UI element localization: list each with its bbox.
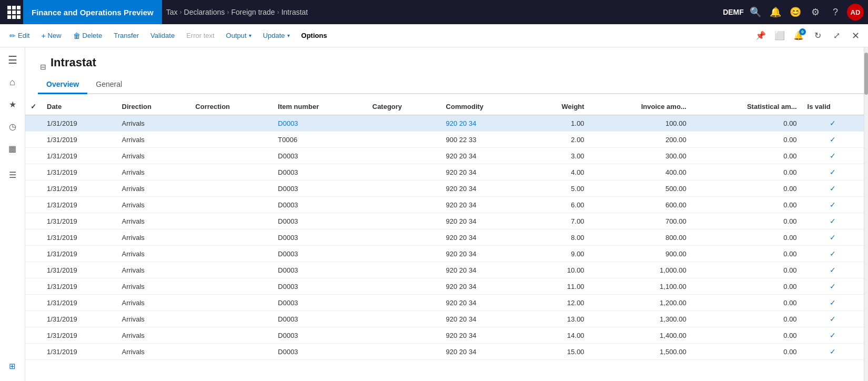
table-row[interactable]: 1/31/2019ArrivalsD0003920 20 344.00400.0… [25, 164, 864, 181]
col-category[interactable]: Category [367, 98, 441, 115]
col-direction[interactable]: Direction [117, 98, 190, 115]
apps-menu-button[interactable] [4, 3, 23, 22]
table-row[interactable]: 1/31/2019ArrivalsD0003920 20 346.00600.0… [25, 197, 864, 213]
new-button[interactable]: + New [36, 28, 66, 43]
badge-icon[interactable]: 🔔 0 [790, 27, 807, 44]
search-icon[interactable]: 🔍 [747, 4, 764, 21]
delete-button[interactable]: 🗑 Delete [68, 28, 108, 43]
validate-button[interactable]: Validate [145, 28, 180, 43]
row-category [367, 295, 441, 311]
table-row[interactable]: 1/31/2019ArrivalsD0003920 20 349.00900.0… [25, 246, 864, 262]
output-button[interactable]: Output ▾ [221, 28, 257, 43]
row-statistical-amount: 0.00 [692, 213, 802, 229]
row-date: 1/31/2019 [42, 262, 117, 278]
data-table-container[interactable]: ✓ Date Direction Correction Item number … [25, 98, 864, 381]
sidebar-menu-icon[interactable]: ☰ [2, 49, 23, 71]
row-correction [190, 132, 272, 148]
popout-icon[interactable]: ⤢ [828, 27, 845, 44]
user-icon[interactable]: 😊 [787, 4, 804, 21]
table-row[interactable]: 1/31/2019ArrivalsD0003920 20 348.00800.0… [25, 229, 864, 246]
options-button[interactable]: Options [296, 28, 332, 43]
transfer-button[interactable]: Transfer [108, 28, 144, 43]
row-is-valid: ✓ [802, 115, 864, 132]
action-bar: ✏ Edit + New 🗑 Delete Transfer Validate … [0, 24, 868, 47]
row-correction [190, 262, 272, 278]
row-statistical-amount: 0.00 [692, 295, 802, 311]
row-commodity: 900 22 33 [441, 132, 529, 148]
row-commodity: 920 20 34 [441, 344, 529, 360]
table-row[interactable]: 1/31/2019ArrivalsD0003920 20 341.00100.0… [25, 115, 864, 132]
table-row[interactable]: 1/31/2019ArrivalsD0003920 20 3414.001,40… [25, 327, 864, 344]
col-weight[interactable]: Weight [529, 98, 590, 115]
error-text-label: Error text [186, 32, 214, 39]
row-correction [190, 148, 272, 164]
row-statistical-amount: 0.00 [692, 344, 802, 360]
help-icon[interactable]: ? [827, 4, 844, 21]
notifications-icon[interactable]: 🔔 [767, 4, 784, 21]
table-row[interactable]: 1/31/2019ArrivalsT0006900 22 332.00200.0… [25, 132, 864, 148]
tab-overview[interactable]: Overview [38, 76, 87, 94]
new-icon: + [41, 32, 45, 40]
row-commodity: 920 20 34 [441, 311, 529, 327]
sidebar-favorites-icon[interactable]: ★ [2, 94, 23, 115]
breadcrumb-intrastat[interactable]: Intrastat [281, 8, 308, 16]
content-filter-icon[interactable]: ⊟ [38, 63, 46, 71]
row-commodity: 920 20 34 [441, 229, 529, 246]
content-header: ⊟ Intrastat [25, 47, 864, 76]
col-correction[interactable]: Correction [190, 98, 272, 115]
row-is-valid: ✓ [802, 262, 864, 278]
col-item-number[interactable]: Item number [272, 98, 367, 115]
row-date: 1/31/2019 [42, 311, 117, 327]
table-row[interactable]: 1/31/2019ArrivalsD0003920 20 3410.001,00… [25, 262, 864, 278]
col-statistical-amount[interactable]: Statistical am... [692, 98, 802, 115]
row-correction [190, 327, 272, 344]
sidebar-recent-icon[interactable]: ◷ [2, 116, 23, 137]
table-row[interactable]: 1/31/2019ArrivalsD0003920 20 3411.001,10… [25, 278, 864, 295]
table-row[interactable]: 1/31/2019ArrivalsD0003920 20 347.00700.0… [25, 213, 864, 229]
row-commodity: 920 20 34 [441, 197, 529, 213]
update-button[interactable]: Update ▾ [258, 28, 295, 43]
table-row[interactable]: 1/31/2019ArrivalsD0003920 20 3415.001,50… [25, 344, 864, 360]
table-row[interactable]: 1/31/2019ArrivalsD0003920 20 345.00500.0… [25, 181, 864, 197]
tabs: Overview General [38, 76, 864, 94]
table-row[interactable]: 1/31/2019ArrivalsD0003920 20 3413.001,30… [25, 311, 864, 327]
row-item-number: D0003 [272, 262, 367, 278]
row-item-number: T0006 [272, 132, 367, 148]
breadcrumb-declarations[interactable]: Declarations [184, 8, 225, 16]
row-weight: 6.00 [529, 197, 590, 213]
vertical-scrollbar[interactable] [864, 47, 868, 381]
col-is-valid[interactable]: Is valid [802, 98, 864, 115]
filter-icon[interactable]: ⊞ [2, 356, 23, 377]
row-is-valid: ✓ [802, 229, 864, 246]
row-correction [190, 311, 272, 327]
panel-icon[interactable]: ⬜ [771, 27, 788, 44]
pin-icon[interactable]: 📌 [752, 27, 769, 44]
row-commodity: 920 20 34 [441, 164, 529, 181]
row-invoice-amount: 100.00 [590, 115, 692, 132]
row-commodity: 920 20 34 [441, 181, 529, 197]
refresh-icon[interactable]: ↻ [809, 27, 826, 44]
row-category [367, 311, 441, 327]
avatar[interactable]: AD [847, 4, 864, 21]
row-is-valid: ✓ [802, 311, 864, 327]
sidebar-list-icon[interactable]: ☰ [2, 164, 23, 185]
scrollbar-thumb[interactable] [864, 53, 868, 95]
col-commodity[interactable]: Commodity [441, 98, 529, 115]
row-invoice-amount: 400.00 [590, 164, 692, 181]
breadcrumb-tax[interactable]: Tax [166, 8, 178, 16]
col-date[interactable]: Date [42, 98, 117, 115]
settings-icon[interactable]: ⚙ [807, 4, 824, 21]
table-row[interactable]: 1/31/2019ArrivalsD0003920 20 343.00300.0… [25, 148, 864, 164]
close-icon[interactable]: ✕ [847, 27, 864, 44]
table-row[interactable]: 1/31/2019ArrivalsD0003920 20 3412.001,20… [25, 295, 864, 311]
edit-button[interactable]: ✏ Edit [4, 28, 35, 43]
row-invoice-amount: 300.00 [590, 148, 692, 164]
row-invoice-amount: 1,200.00 [590, 295, 692, 311]
sidebar-home-icon[interactable]: ⌂ [2, 72, 23, 93]
row-weight: 2.00 [529, 132, 590, 148]
tab-general[interactable]: General [87, 76, 130, 94]
valid-checkmark-icon: ✓ [830, 331, 836, 339]
breadcrumb-foreign-trade[interactable]: Foreign trade [231, 8, 275, 16]
sidebar-workspaces-icon[interactable]: ▦ [2, 138, 23, 159]
col-invoice-amount[interactable]: Invoice amo... [590, 98, 692, 115]
